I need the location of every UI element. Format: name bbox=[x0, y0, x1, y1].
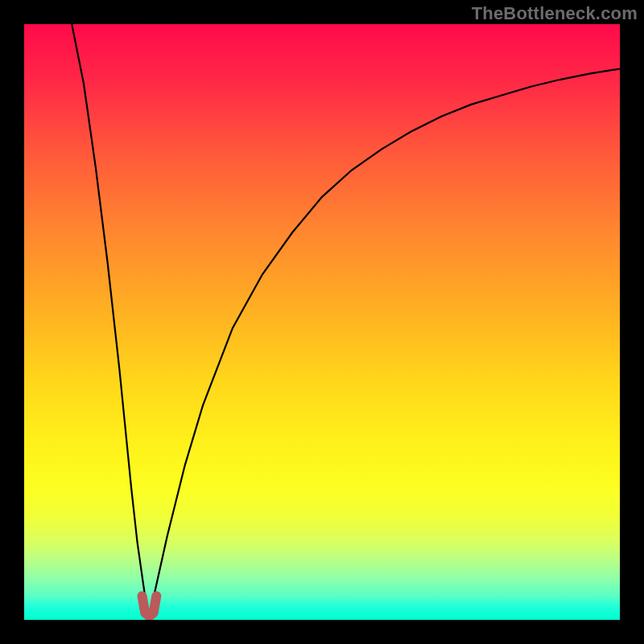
minimum-marker bbox=[142, 596, 157, 616]
watermark-text: TheBottleneck.com bbox=[472, 3, 638, 24]
chart-frame: TheBottleneck.com bbox=[0, 0, 644, 644]
right-branch-curve bbox=[149, 69, 620, 614]
curve-layer bbox=[24, 24, 620, 620]
left-branch-curve bbox=[72, 24, 149, 614]
plot-area bbox=[24, 24, 620, 620]
